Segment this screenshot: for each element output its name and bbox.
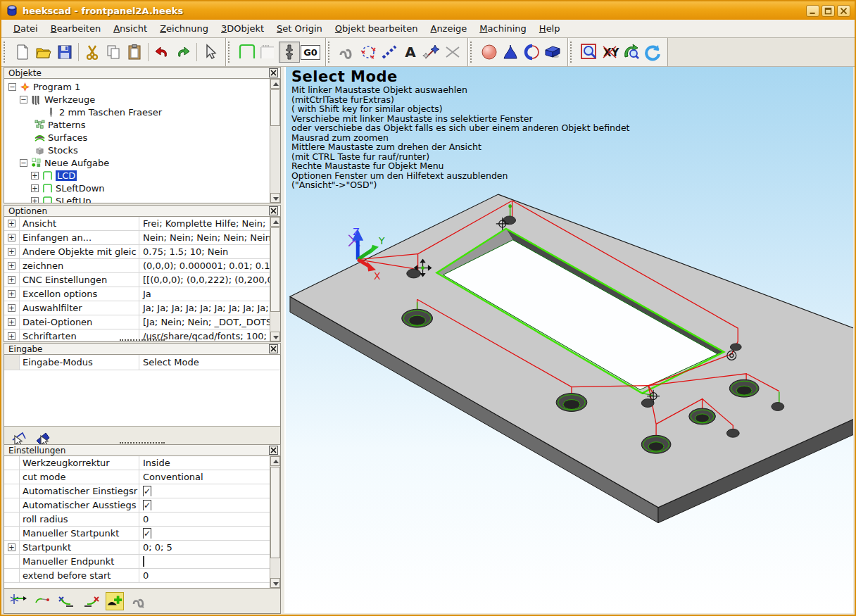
setting-row-auto-ausstieg[interactable]: Automatischer Ausstiegs✓: [4, 498, 270, 513]
redo-button[interactable]: [172, 42, 194, 63]
option-row-zeichnen[interactable]: +zeichnen(0,0,0); 0.000001; 0.01; 0.1;: [4, 259, 270, 273]
exit-move-button[interactable]: [82, 592, 100, 610]
option-row-einfangen[interactable]: +Einfangen an...Nein; Nein; Nein; Nein; …: [4, 231, 270, 245]
block-button[interactable]: [542, 42, 563, 63]
optionen-header[interactable]: Optionen: [4, 205, 281, 217]
setting-row-roll-radius[interactable]: roll radius0: [4, 513, 270, 527]
expand-icon[interactable]: +: [8, 276, 15, 284]
graphics-viewport[interactable]: Z Y X Select Mode Mit linker Maustaste O…: [284, 67, 853, 613]
option-row-ansicht[interactable]: +AnsichtFrei; Komplette Hilfe; Nein;: [4, 217, 270, 231]
setting-row-startpunkt[interactable]: +Startpunkt0; 0; 5: [4, 541, 270, 555]
objekte-scrollbar[interactable]: [270, 79, 280, 203]
redraw-button[interactable]: [642, 42, 663, 63]
collapse-icon[interactable]: −: [20, 159, 27, 167]
sphere-button[interactable]: [479, 42, 500, 63]
eingabe-header[interactable]: Eingabe: [4, 343, 281, 355]
lead-in-button[interactable]: [34, 592, 52, 610]
add-operation-button[interactable]: [106, 592, 124, 610]
checkbox-checked[interactable]: ✓: [143, 486, 151, 496]
einstellungen-scrollbar[interactable]: [270, 456, 280, 588]
einstellungen-header[interactable]: Einstellungen: [4, 444, 281, 456]
collapse-icon[interactable]: −: [20, 96, 27, 103]
maximize-button[interactable]: [822, 5, 835, 17]
menu-machining[interactable]: Machining: [473, 21, 533, 36]
toolbar-grip[interactable]: [470, 42, 475, 63]
surface-operation-button[interactable]: [258, 42, 279, 63]
magic-wand-button[interactable]: [421, 42, 442, 63]
zoom-extents-button[interactable]: [579, 42, 600, 63]
menu-anzeige[interactable]: Anzeige: [424, 21, 473, 36]
option-row-datei-optionen[interactable]: +Datei-Optionen[Ja; Nein; Nein; _DOT,_DO…: [4, 315, 270, 329]
toolbar-grip[interactable]: [328, 42, 333, 63]
optionen-scrollbar[interactable]: [270, 217, 280, 341]
scroll-thumb[interactable]: [270, 227, 280, 312]
expand-icon[interactable]: +: [8, 318, 15, 326]
drill-operation-button[interactable]: [279, 42, 300, 63]
paste-button[interactable]: [124, 42, 145, 63]
scroll-thumb[interactable]: [270, 467, 280, 558]
optionen-close-button[interactable]: [269, 206, 278, 215]
expand-icon[interactable]: +: [31, 172, 39, 180]
tree-item-tool[interactable]: 2 mm Taschen Fraeser: [4, 106, 268, 118]
start-point-button[interactable]: [10, 592, 28, 610]
cut-button[interactable]: [82, 42, 103, 63]
tree-item-patterns[interactable]: Patterns: [4, 118, 268, 131]
rapid-g0-button[interactable]: G0: [300, 42, 321, 63]
objekte-header[interactable]: Objekte: [4, 67, 281, 79]
expand-icon[interactable]: +: [8, 290, 15, 298]
tree-item-lcd[interactable]: + LCD: [4, 169, 268, 182]
cone-button[interactable]: [500, 42, 521, 63]
option-row-excellon[interactable]: +Excellon optionsJa: [4, 287, 270, 301]
dimension-button[interactable]: [442, 42, 463, 63]
expand-icon[interactable]: +: [8, 304, 15, 312]
text-button[interactable]: A: [400, 42, 421, 63]
zoom-rotate-button[interactable]: [621, 42, 642, 63]
copy-button[interactable]: [103, 42, 124, 63]
toolbar-grip[interactable]: [4, 42, 8, 63]
undo-button[interactable]: [151, 42, 172, 63]
menu-datei[interactable]: Datei: [7, 21, 44, 36]
setting-row-manueller-startpunkt[interactable]: Manueller Startpunkt✓: [4, 527, 270, 541]
objekte-tree[interactable]: − Program 1 − Werkzeuge 2 mm Taschen Fra…: [4, 79, 281, 203]
einstellungen-close-button[interactable]: [269, 446, 278, 455]
eingabe-close-button[interactable]: [269, 344, 278, 353]
expand-icon[interactable]: +: [31, 184, 39, 192]
scroll-down-button[interactable]: [270, 193, 280, 203]
open-folder-button[interactable]: [33, 42, 54, 63]
setting-row-extend-before-start[interactable]: extend before start0: [4, 569, 270, 583]
expand-icon[interactable]: +: [8, 220, 15, 227]
option-row-auswahlfilter[interactable]: +AuswahlfilterJa; Ja; Ja; Ja; Ja; Ja; Ja…: [4, 301, 270, 315]
menu-set-origin[interactable]: Set Origin: [270, 21, 329, 36]
tree-item-sleftup[interactable]: + SLeftUp: [4, 194, 268, 203]
select-mode-button[interactable]: [200, 42, 221, 63]
collapse-icon[interactable]: −: [8, 83, 16, 91]
scroll-thumb[interactable]: [270, 89, 280, 126]
new-file-button[interactable]: [12, 42, 33, 63]
scroll-up-button[interactable]: [270, 456, 280, 466]
tree-item-sleftdown[interactable]: + SLeftDown: [4, 182, 268, 194]
spline-button[interactable]: [336, 42, 358, 63]
points-button[interactable]: [379, 42, 400, 63]
close-button[interactable]: [837, 5, 850, 17]
menu-3dobjekt[interactable]: 3DObjekt: [215, 21, 270, 36]
tree-item-surfaces[interactable]: Surfaces: [4, 131, 268, 144]
title-bar[interactable]: heekscad - frontpanel2A.heeks: [1, 1, 855, 20]
checkbox-checked[interactable]: ✓: [143, 500, 151, 510]
setting-row-werkzeugkorrektur[interactable]: WerkzeugkorrekturInside: [4, 456, 270, 470]
tree-item-werkzeuge[interactable]: − Werkzeuge: [4, 93, 268, 106]
point-pattern-button[interactable]: [358, 42, 379, 63]
option-row-andere-objekte[interactable]: +Andere Objekte mit gleic0.75; 1.5; 10; …: [4, 245, 270, 259]
setting-row-auto-einstieg[interactable]: Automatischer Einstiegsr✓: [4, 484, 270, 498]
scroll-up-button[interactable]: [270, 217, 280, 227]
toolbar-grip[interactable]: [570, 42, 575, 63]
expand-icon[interactable]: +: [8, 234, 15, 241]
circle-cut-button[interactable]: [521, 42, 542, 63]
profile-sketch-button[interactable]: [130, 592, 148, 610]
setting-row-cut-mode[interactable]: cut modeConventional: [4, 470, 270, 484]
minimize-button[interactable]: [806, 5, 819, 17]
view-xy-button[interactable]: XY: [600, 42, 621, 63]
expand-icon[interactable]: +: [8, 543, 15, 551]
setting-row-manueller-endpunkt[interactable]: Manueller Endpunkt: [4, 555, 270, 569]
checkbox-checked[interactable]: ✓: [143, 528, 151, 539]
toolbar-grip[interactable]: [228, 42, 233, 63]
